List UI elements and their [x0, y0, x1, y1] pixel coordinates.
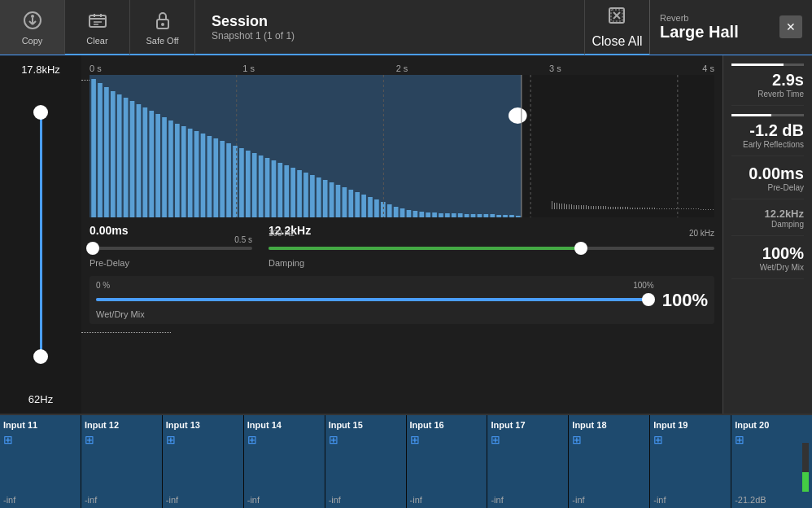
- svg-rect-155: [710, 209, 711, 210]
- channel-10[interactable]: Input 20 ⊞ -21.2dB: [731, 415, 812, 508]
- svg-rect-60: [361, 195, 366, 217]
- svg-rect-103: [583, 205, 584, 209]
- svg-rect-100: [576, 205, 577, 209]
- svg-rect-148: [693, 208, 694, 209]
- channel-icon: ⊞: [85, 433, 159, 446]
- svg-rect-94: [561, 204, 562, 209]
- svg-rect-76: [465, 214, 469, 217]
- wetdry-slider[interactable]: [96, 291, 654, 308]
- wetdry-thumb[interactable]: [642, 293, 655, 306]
- wetdry-left: 0 %: [96, 281, 110, 290]
- close-all-button[interactable]: Close All: [584, 0, 649, 55]
- right-damping-label: Damping: [771, 220, 804, 229]
- svg-rect-48: [284, 165, 289, 217]
- time-2: 2 s: [396, 64, 408, 73]
- clear-button[interactable]: Clear: [65, 0, 130, 55]
- channel-4[interactable]: Input 14 ⊞ -inf: [244, 415, 325, 508]
- damping-fill: [268, 247, 581, 250]
- damping-slider[interactable]: 100 Hz 20 kHz: [268, 240, 714, 256]
- svg-rect-131: [652, 208, 653, 209]
- svg-rect-147: [691, 208, 692, 209]
- svg-rect-38: [220, 141, 225, 217]
- reverb-time-bar-fill: [731, 64, 784, 66]
- eq-slider-container: [40, 79, 42, 390]
- svg-rect-5: [89, 15, 106, 27]
- svg-rect-21: [111, 91, 116, 217]
- svg-rect-26: [143, 107, 148, 217]
- copy-button[interactable]: Copy: [0, 0, 65, 55]
- pre-delay-slider[interactable]: 0.5 s: [89, 240, 252, 256]
- svg-rect-105: [588, 206, 589, 209]
- eq-top-freq: 17.8kHz: [21, 64, 60, 76]
- channel-1[interactable]: Input 11 ⊞ -inf: [0, 415, 81, 508]
- channel-label: Input 18: [572, 420, 646, 430]
- svg-rect-126: [640, 208, 640, 209]
- damping-label: Damping: [268, 258, 714, 268]
- svg-rect-67: [407, 210, 412, 217]
- channel-icon: ⊞: [572, 433, 646, 446]
- channel-level: -21.2dB: [735, 495, 809, 505]
- controls-row: 0.00ms 0.5 s Pre-Delay 12.2kHz: [81, 217, 723, 271]
- svg-rect-32: [181, 126, 186, 217]
- svg-rect-156: [713, 209, 714, 210]
- svg-rect-113: [608, 207, 609, 209]
- channel-2[interactable]: Input 12 ⊞ -inf: [81, 415, 163, 508]
- svg-rect-90: [552, 201, 552, 209]
- svg-rect-91: [554, 203, 555, 209]
- svg-rect-153: [705, 209, 706, 210]
- svg-rect-101: [578, 205, 579, 209]
- damping-thumb[interactable]: [574, 242, 587, 255]
- channel-icon: ⊞: [247, 433, 321, 446]
- time-3: 3 s: [549, 64, 561, 73]
- eq-bottom-handle[interactable]: [33, 349, 48, 364]
- svg-rect-104: [586, 205, 587, 209]
- svg-rect-122: [630, 208, 631, 209]
- channel-6[interactable]: Input 16 ⊞ -inf: [407, 415, 488, 508]
- svg-rect-93: [559, 204, 560, 209]
- waveform-display: [89, 75, 714, 217]
- waveform-section: 0 s 1 s 2 s 3 s 4 s: [81, 55, 723, 217]
- channel-label: Input 15: [329, 420, 403, 430]
- svg-rect-129: [647, 208, 648, 209]
- channel-3[interactable]: Input 13 ⊞ -inf: [163, 415, 244, 508]
- svg-rect-31: [175, 124, 180, 217]
- reverb-info: Reverb Large Hall: [660, 13, 779, 42]
- safe-off-button[interactable]: Safe Off: [130, 0, 195, 55]
- channel-7[interactable]: Input 17 ⊞ -inf: [487, 415, 569, 508]
- svg-rect-22: [117, 94, 122, 217]
- svg-rect-66: [400, 208, 405, 217]
- damping-group: 12.2kHz 100 Hz 20 kHz Damping: [268, 224, 714, 268]
- damping-max: 20 kHz: [689, 229, 714, 238]
- svg-rect-25: [137, 104, 142, 217]
- channel-label: Input 20: [735, 420, 809, 430]
- eq-bottom-freq: 62Hz: [28, 393, 53, 405]
- channel-8[interactable]: Input 18 ⊞ -inf: [569, 415, 650, 508]
- channel-5[interactable]: Input 15 ⊞ -inf: [325, 415, 407, 508]
- svg-rect-108: [596, 206, 596, 209]
- eq-top-handle[interactable]: [33, 105, 48, 120]
- channel-label: Input 17: [491, 420, 565, 430]
- svg-rect-30: [168, 120, 173, 217]
- svg-rect-130: [649, 208, 650, 209]
- svg-rect-39: [226, 143, 231, 217]
- wetdry-labels: 0 % 100%: [96, 281, 654, 290]
- damping-track: [268, 247, 714, 250]
- svg-rect-20: [104, 87, 109, 217]
- pre-delay-thumb[interactable]: [86, 242, 99, 255]
- reverb-panel-header: Reverb Large Hall ✕: [649, 0, 812, 55]
- svg-rect-78: [478, 214, 482, 217]
- svg-rect-50: [297, 170, 302, 217]
- reverb-close-button[interactable]: ✕: [779, 15, 802, 38]
- channel-9[interactable]: Input 19 ⊞ -inf: [650, 415, 731, 508]
- svg-rect-154: [708, 209, 709, 210]
- svg-rect-74: [452, 213, 456, 217]
- svg-rect-73: [445, 213, 450, 217]
- reverb-time-param: 2.9s Reverb Time: [731, 64, 804, 106]
- copy-label: Copy: [22, 36, 43, 46]
- svg-rect-141: [676, 208, 677, 209]
- svg-rect-132: [654, 208, 655, 209]
- right-wetdry-label: Wet/Dry Mix: [760, 263, 804, 272]
- channel-level: -inf: [3, 495, 77, 505]
- svg-rect-42: [246, 151, 251, 217]
- svg-rect-49: [290, 168, 295, 217]
